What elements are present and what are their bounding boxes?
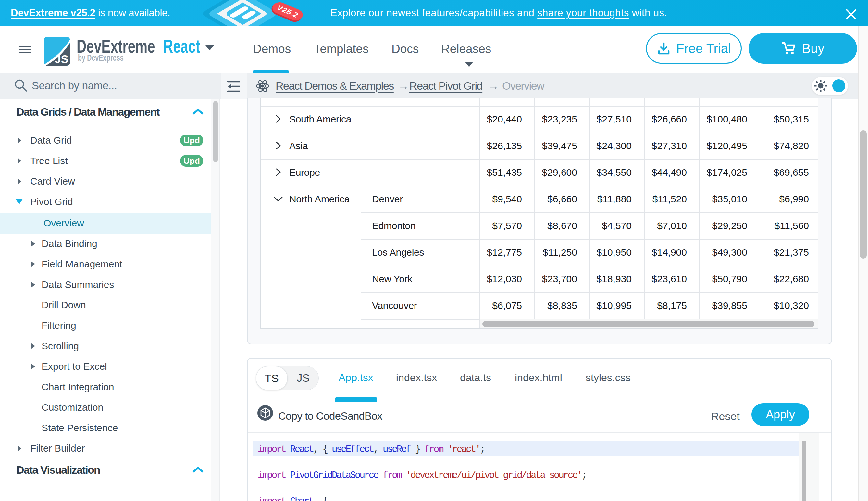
svg-text:JS: JS	[55, 53, 68, 65]
